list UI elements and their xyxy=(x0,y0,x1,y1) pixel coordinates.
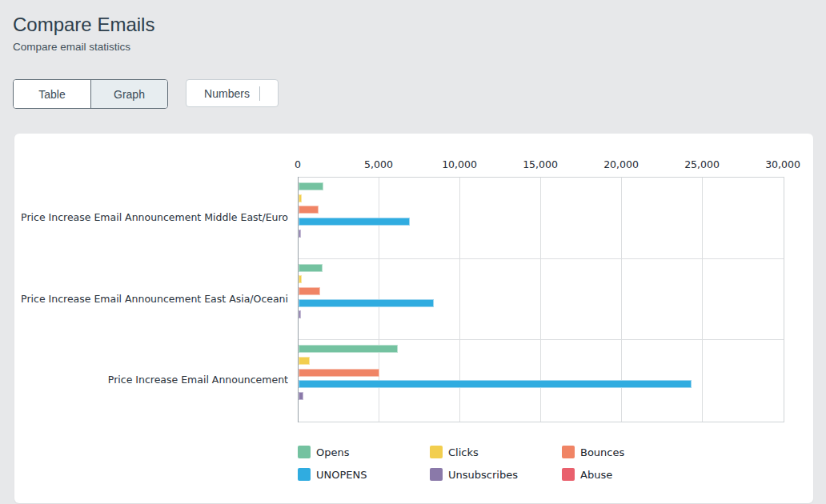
numbers-button-label: Numbers xyxy=(204,87,250,100)
bar-unsubscribes[interactable] xyxy=(299,310,301,318)
bar-bounces[interactable] xyxy=(299,206,319,214)
legend-swatch-opens xyxy=(298,446,311,458)
legend-item-bounces[interactable]: Bounces xyxy=(562,446,624,458)
legend-item-unsubscribes[interactable]: Unsubscribes xyxy=(430,468,518,481)
view-controls: Table Graph Numbers xyxy=(13,79,813,109)
legend-label-unopens: UNOPENS xyxy=(316,469,367,481)
legend-label-abuse: Abuse xyxy=(580,469,612,481)
numbers-button[interactable]: Numbers xyxy=(186,79,279,107)
numbers-button-divider xyxy=(259,86,260,101)
bar-clicks[interactable] xyxy=(299,194,302,202)
graph-tab[interactable]: Graph xyxy=(90,80,167,108)
bar-chart: 05,00010,00015,00020,00025,00030,000Pric… xyxy=(14,134,813,503)
group-separator xyxy=(299,258,784,259)
category-label: Price Increase Email Announcement Middle… xyxy=(14,210,288,225)
legend-swatch-abuse xyxy=(562,468,575,481)
legend-item-unopens[interactable]: UNOPENS xyxy=(298,468,367,481)
legend-item-clicks[interactable]: Clicks xyxy=(430,446,479,458)
legend-swatch-clicks xyxy=(430,446,443,458)
bar-unopens[interactable] xyxy=(299,218,410,226)
legend-swatch-bounces xyxy=(562,446,575,458)
bar-opens[interactable] xyxy=(299,264,323,272)
category-label: Price Increase Email Announcement xyxy=(14,373,288,387)
x-tick-label: 30,000 xyxy=(747,158,819,170)
category-label: Price Increase Email Announcement East A… xyxy=(14,292,288,306)
bar-clicks[interactable] xyxy=(299,275,302,283)
bar-opens[interactable] xyxy=(299,345,398,353)
legend-label-opens: Opens xyxy=(316,446,350,458)
bar-unsubscribes[interactable] xyxy=(299,230,301,238)
legend-swatch-unopens xyxy=(298,468,311,481)
x-tick-label: 10,000 xyxy=(423,158,495,170)
group-separator xyxy=(299,339,784,340)
chart-panel: 05,00010,00015,00020,00025,00030,000Pric… xyxy=(14,134,813,503)
gridline xyxy=(702,178,703,422)
bar-unsubscribes[interactable] xyxy=(299,392,303,400)
view-toggle: Table Graph xyxy=(13,79,168,109)
x-tick-label: 25,000 xyxy=(666,158,738,170)
x-tick-label: 0 xyxy=(262,158,334,170)
bar-unopens[interactable] xyxy=(299,299,434,307)
bar-clicks[interactable] xyxy=(299,357,310,365)
legend-label-clicks: Clicks xyxy=(448,446,479,458)
x-tick-label: 20,000 xyxy=(585,158,657,170)
bar-bounces[interactable] xyxy=(299,287,320,295)
legend-item-opens[interactable]: Opens xyxy=(298,446,350,458)
legend-label-unsubscribes: Unsubscribes xyxy=(448,469,518,481)
bar-unopens[interactable] xyxy=(299,380,692,388)
x-tick-label: 5,000 xyxy=(343,158,415,170)
page-header: Compare Emails Compare email statistics xyxy=(0,0,826,54)
legend-item-abuse[interactable]: Abuse xyxy=(562,468,612,481)
legend-swatch-unsubscribes xyxy=(430,468,443,481)
bar-bounces[interactable] xyxy=(299,369,379,377)
bar-opens[interactable] xyxy=(299,182,323,190)
x-tick-label: 15,000 xyxy=(504,158,576,170)
legend-label-bounces: Bounces xyxy=(580,446,624,458)
page-subtitle: Compare email statistics xyxy=(13,40,813,54)
page-title: Compare Emails xyxy=(13,13,813,37)
table-tab[interactable]: Table xyxy=(14,80,90,108)
